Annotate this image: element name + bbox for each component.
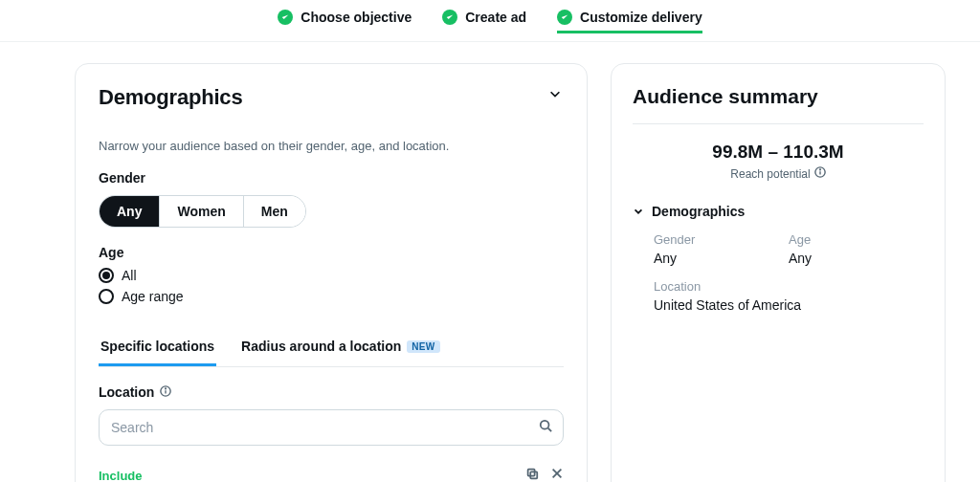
step-create-ad[interactable]: Create ad: [442, 10, 526, 33]
location-label: Location: [99, 384, 564, 400]
summary-age-val: Any: [789, 251, 924, 266]
gender-option-women[interactable]: Women: [160, 196, 243, 227]
info-icon[interactable]: [814, 166, 826, 181]
gender-label: Gender: [99, 170, 564, 186]
location-tabs: Specific locations Radius around a locat…: [99, 331, 564, 367]
panel-title: Demographics: [99, 85, 242, 110]
step-label: Customize delivery: [580, 10, 702, 25]
check-icon: [557, 10, 572, 25]
radio-icon: [99, 289, 114, 304]
stepper: Choose objective Create ad Customize del…: [0, 0, 980, 42]
check-icon: [278, 10, 293, 25]
svg-point-3: [541, 421, 549, 429]
age-option-all[interactable]: All: [99, 268, 564, 283]
divider: [633, 123, 924, 124]
tab-radius-location[interactable]: Radius around a location NEW: [239, 331, 441, 366]
search-icon: [539, 419, 552, 436]
age-label: Age: [99, 245, 564, 260]
summary-age-key: Age: [789, 232, 924, 247]
summary-gender-key: Gender: [654, 232, 789, 247]
info-icon[interactable]: [160, 384, 171, 400]
collapse-toggle[interactable]: [546, 85, 564, 106]
radio-icon: [99, 268, 114, 283]
step-customize-delivery[interactable]: Customize delivery: [557, 10, 702, 33]
gender-segmented: Any Women Men: [99, 195, 306, 228]
tab-label: Specific locations: [100, 339, 214, 354]
summary-gender-val: Any: [654, 251, 789, 266]
svg-point-13: [819, 169, 820, 170]
radio-label: Age range: [122, 289, 184, 304]
tab-label: Radius around a location: [241, 339, 401, 354]
summary-values: Gender Age Any Any Location United State…: [654, 232, 924, 313]
chevron-down-icon: [548, 87, 562, 100]
new-badge: NEW: [407, 340, 439, 353]
tab-specific-locations[interactable]: Specific locations: [99, 331, 216, 366]
summary-location-val: United States of America: [654, 297, 924, 313]
summary-section-label: Demographics: [652, 204, 745, 219]
demographics-panel: Demographics Narrow your audience based …: [75, 63, 588, 482]
location-search-input[interactable]: [99, 409, 564, 446]
copy-icon[interactable]: [525, 467, 539, 482]
step-label: Choose objective: [301, 10, 412, 25]
reach-value: 99.8M – 110.3M: [633, 142, 924, 163]
include-label: Include: [99, 469, 143, 483]
audience-summary-panel: Audience summary 99.8M – 110.3M Reach po…: [611, 63, 946, 482]
svg-line-4: [548, 428, 552, 432]
summary-section-toggle[interactable]: Demographics: [633, 204, 924, 219]
step-label: Create ad: [465, 10, 526, 25]
check-icon: [442, 10, 457, 25]
gender-option-any[interactable]: Any: [100, 196, 160, 227]
summary-location-key: Location: [654, 279, 924, 294]
summary-title: Audience summary: [633, 85, 924, 108]
radio-label: All: [122, 268, 137, 283]
close-icon[interactable]: [550, 467, 564, 482]
reach-label: Reach potential: [633, 166, 924, 181]
chevron-down-icon: [633, 206, 644, 217]
panel-subtitle: Narrow your audience based on their gend…: [99, 139, 564, 153]
svg-point-2: [166, 388, 167, 389]
gender-option-men[interactable]: Men: [244, 196, 305, 227]
step-choose-objective[interactable]: Choose objective: [278, 10, 412, 33]
age-option-range[interactable]: Age range: [99, 289, 564, 304]
